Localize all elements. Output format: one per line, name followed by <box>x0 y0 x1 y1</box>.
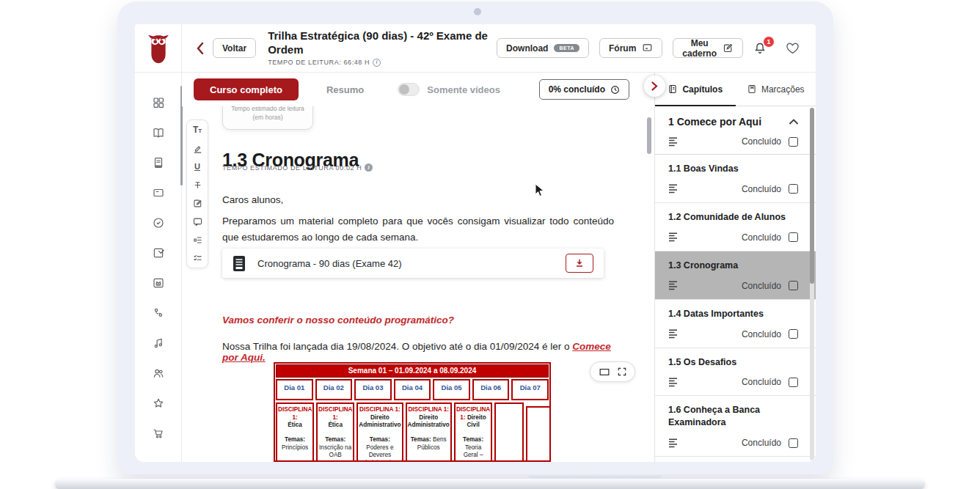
journal-icon <box>668 84 678 95</box>
paragraph-intro: Preparamos um material completo para que… <box>222 213 614 246</box>
notes-lines-icon[interactable] <box>668 329 679 339</box>
notes-lines-icon[interactable] <box>668 438 679 448</box>
concluido-checkbox[interactable] <box>789 137 798 147</box>
mouse-cursor <box>535 183 544 197</box>
download-button[interactable]: Download BETA <box>497 38 589 58</box>
chapter-items-list: 1.1 Boas VindasConcluído1.2 Comunidade d… <box>655 155 816 462</box>
chapter-section-title: 1 Comece por Aqui <box>668 116 761 128</box>
schedule-cell: RevisãoSemanalAjuste / <box>494 402 524 462</box>
sidebar-tabs: Capítulos Marcações <box>655 73 816 106</box>
reader-icon[interactable] <box>152 156 165 169</box>
comment-icon[interactable] <box>192 216 203 227</box>
beta-badge: BETA <box>554 44 579 52</box>
somente-videos-label: Somente vídeos <box>427 84 500 95</box>
somente-videos-toggle[interactable] <box>398 83 420 96</box>
concluido-checkbox[interactable] <box>789 184 798 194</box>
concluido-checkbox[interactable] <box>789 438 798 448</box>
flashcards-icon[interactable] <box>152 186 165 199</box>
owl-logo-icon <box>147 33 169 64</box>
tab-capitulos[interactable]: Capítulos <box>655 73 736 106</box>
document-icon <box>233 255 246 272</box>
strikethrough-icon[interactable] <box>192 180 203 190</box>
schedule-cell: DISCIPLINA 1:ÉticaTemas:PrincípiosDISCIP… <box>276 402 314 462</box>
chapter-item-title: 1.4 Datas Importantes <box>668 308 798 320</box>
schedule-table: Semana 01 – 01.09.2024 a 08.09.2024 Dia … <box>274 362 551 462</box>
chapter-item-1.6[interactable]: 1.6 Conheça a Banca ExaminadoraConcluído <box>655 395 816 456</box>
chapter-section[interactable]: 1 Comece por Aqui Concluído <box>655 106 816 155</box>
indent-icon[interactable] <box>192 235 203 245</box>
audio-note-icon[interactable] <box>152 337 165 350</box>
chapter-item-1.7[interactable]: 1.7 A importância do Ambiente de EstudoC… <box>655 456 816 462</box>
laptop-camera-dot <box>474 8 481 15</box>
notes-lines-icon[interactable] <box>668 184 679 194</box>
notification-badge: 1 <box>764 37 774 47</box>
favorite-heart-icon[interactable] <box>786 42 800 54</box>
notifications-bell[interactable]: 1 <box>753 41 771 55</box>
underline-icon[interactable]: U <box>194 161 200 172</box>
tab-marcacoes[interactable]: Marcações <box>736 73 816 106</box>
chapter-item-1.2[interactable]: 1.2 Comunidade de AlunosConcluído <box>655 202 816 251</box>
brand-logo[interactable] <box>135 24 182 72</box>
progress-button[interactable]: 0% concluído <box>539 79 629 100</box>
lesson-reading-time: TEMPO ESTIMADO DE LEITURA 00:02 H <box>222 164 362 172</box>
course-title: Trilha Estratégica (90 dias) - 42º Exame… <box>268 29 488 57</box>
highlighter-icon[interactable] <box>192 143 203 153</box>
premium-crown-icon[interactable] <box>152 276 165 290</box>
chapter-item-1.3[interactable]: 1.3 CronogramaConcluído <box>655 251 816 299</box>
concluido-checkbox[interactable] <box>789 329 798 339</box>
tab-resumo[interactable]: Resumo <box>326 84 364 95</box>
info-filled-icon[interactable]: i <box>365 163 373 172</box>
forum-button[interactable]: Fórum <box>599 38 662 58</box>
text-size-icon[interactable]: TT <box>193 125 202 135</box>
notes-lines-icon[interactable] <box>668 137 679 147</box>
tasks-check-icon[interactable] <box>152 246 165 260</box>
library-book-icon[interactable] <box>152 126 165 139</box>
tab-marcacoes-label: Marcações <box>761 84 805 95</box>
tab-capitulos-label: Capítulos <box>682 84 723 95</box>
schedule-day-header: Dia 06 <box>472 379 510 400</box>
history-clock-icon[interactable] <box>152 216 165 229</box>
chapter-item-1.5[interactable]: 1.5 Os DesafiosConcluído <box>655 348 816 396</box>
notes-lines-icon[interactable] <box>668 281 679 290</box>
clock-icon <box>610 85 620 95</box>
fit-width-icon[interactable] <box>599 367 610 377</box>
info-icon[interactable]: i <box>373 59 381 67</box>
format-toolbar: TTU <box>186 120 208 268</box>
dashboard-icon[interactable] <box>152 96 165 109</box>
chapter-item-title: 1.1 Boas Vindas <box>668 163 798 175</box>
annotation-icon[interactable] <box>192 198 203 208</box>
left-icon-rail <box>135 73 182 462</box>
journey-route-icon[interactable] <box>152 306 165 320</box>
notebook-button[interactable]: Meu caderno <box>673 38 743 58</box>
chevron-up-icon[interactable] <box>789 119 798 125</box>
course-subbar: Curso completo Resumo Somente vídeos 0% … <box>182 73 654 106</box>
fullscreen-icon[interactable] <box>617 367 627 377</box>
content-scrollbar-thumb[interactable] <box>647 117 651 154</box>
store-cart-icon[interactable] <box>152 427 165 440</box>
sidebar-scrollbar-thumb[interactable] <box>810 108 814 284</box>
concluido-label: Concluído <box>742 281 781 291</box>
schedule-cell: Simulado <box>526 406 551 462</box>
chapter-item-1.1[interactable]: 1.1 Boas VindasConcluído <box>655 155 816 202</box>
collapse-sidebar-button[interactable] <box>644 76 665 97</box>
schedule-cell: DISCIPLINA 1:DireitoAdministrativoTemas:… <box>356 402 403 462</box>
back-chevron-icon[interactable] <box>197 43 204 54</box>
chapter-item-1.4[interactable]: 1.4 Datas ImportantesConcluído <box>655 299 816 348</box>
reading-time-label: TEMPO DE LEITURA: 66:48 H <box>268 59 370 67</box>
notes-lines-icon[interactable] <box>668 232 679 242</box>
favorites-star-icon[interactable] <box>152 397 165 410</box>
concluido-checkbox[interactable] <box>789 232 798 242</box>
checklist-icon[interactable] <box>192 253 203 263</box>
chapter-item-title: 1.3 Cronograma <box>668 260 798 272</box>
community-users-icon[interactable] <box>152 367 165 380</box>
concluido-checkbox[interactable] <box>789 281 798 290</box>
notebook-label: Meu caderno <box>682 38 717 59</box>
schedule-title: Semana 01 – 01.09.2024 a 08.09.2024 <box>276 364 549 378</box>
concluido-label: Concluído <box>742 184 781 194</box>
voltar-button[interactable]: Voltar <box>213 38 256 58</box>
tab-curso-completo[interactable]: Curso completo <box>194 78 299 100</box>
attachment-download-button[interactable] <box>566 254 593 273</box>
concluido-checkbox[interactable] <box>789 378 798 387</box>
bookmark-icon <box>747 84 757 95</box>
notes-lines-icon[interactable] <box>668 378 679 387</box>
